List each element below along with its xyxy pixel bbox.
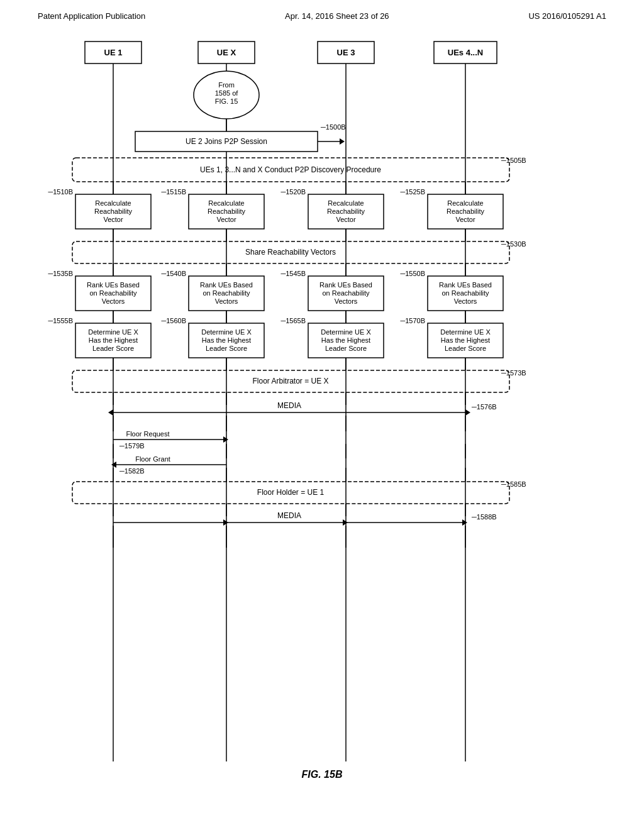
- svg-rect-108: [72, 370, 509, 392]
- svg-text:UE 2 Joins P2P Session: UE 2 Joins P2P Session: [186, 137, 267, 146]
- svg-text:─1520B: ─1520B: [280, 188, 306, 196]
- header-left: Patent Application Publication: [38, 11, 145, 21]
- svg-text:Floor Grant: Floor Grant: [135, 455, 170, 463]
- header-center: Apr. 14, 2016 Sheet 23 of 26: [285, 11, 389, 21]
- svg-rect-75: [428, 276, 503, 311]
- fig-caption: FIG. 15B: [302, 769, 343, 780]
- svg-text:UEs 4...N: UEs 4...N: [448, 48, 483, 57]
- svg-text:FIG. 15: FIG. 15: [215, 97, 238, 105]
- svg-marker-20: [340, 138, 345, 145]
- svg-text:Leader Score: Leader Score: [325, 345, 367, 352]
- svg-rect-94: [308, 323, 384, 358]
- svg-text:Floor Request: Floor Request: [126, 430, 169, 438]
- svg-text:Floor Arbitrator = UE X: Floor Arbitrator = UE X: [252, 377, 328, 385]
- svg-text:─1565B: ─1565B: [280, 317, 306, 324]
- svg-text:─1570B: ─1570B: [399, 317, 425, 324]
- svg-text:Reachability: Reachability: [447, 208, 484, 215]
- svg-text:Vectors: Vectors: [335, 297, 358, 305]
- svg-marker-117: [465, 409, 470, 416]
- svg-text:─1525B: ─1525B: [399, 188, 425, 196]
- svg-text:─1540B: ─1540B: [160, 270, 186, 277]
- svg-text:Recalculate: Recalculate: [208, 199, 244, 207]
- svg-text:Vector: Vector: [103, 216, 123, 223]
- svg-text:Vectors: Vectors: [215, 297, 238, 305]
- svg-text:Vector: Vector: [336, 216, 356, 223]
- diagram-area: UE 1 UE X UE 3 UEs 4...N From 1585 of FI…: [38, 32, 606, 793]
- svg-rect-10: [434, 42, 497, 64]
- svg-text:Recalculate: Recalculate: [328, 199, 364, 207]
- svg-text:Has the Highest: Has the Highest: [321, 336, 370, 344]
- svg-text:From: From: [218, 81, 235, 89]
- svg-text:Vectors: Vectors: [102, 297, 125, 305]
- svg-text:UE X: UE X: [217, 48, 236, 57]
- svg-text:Determine UE X: Determine UE X: [201, 328, 252, 336]
- svg-text:Has the Highest: Has the Highest: [441, 336, 490, 344]
- svg-text:on Reachability: on Reachability: [441, 289, 489, 297]
- svg-text:Rank UEs Based: Rank UEs Based: [439, 281, 492, 289]
- svg-text:─1545B: ─1545B: [280, 270, 306, 277]
- svg-text:─1560B: ─1560B: [160, 317, 186, 324]
- svg-text:Reachability: Reachability: [208, 208, 245, 215]
- svg-text:─1535B: ─1535B: [47, 270, 73, 277]
- svg-text:Recalculate: Recalculate: [447, 199, 483, 207]
- header-right: US 2016/0105291 A1: [528, 11, 606, 21]
- svg-text:UE 3: UE 3: [337, 48, 355, 57]
- svg-marker-125: [223, 436, 228, 443]
- svg-rect-22: [72, 158, 509, 182]
- svg-text:Leader Score: Leader Score: [92, 345, 134, 352]
- svg-text:Rank UEs Based: Rank UEs Based: [200, 281, 253, 289]
- svg-text:─1588B: ─1588B: [471, 513, 497, 521]
- svg-text:Recalculate: Recalculate: [95, 199, 131, 207]
- svg-rect-99: [428, 323, 503, 358]
- svg-rect-140: [72, 482, 509, 504]
- svg-text:on Reachability: on Reachability: [89, 289, 137, 297]
- svg-text:Determine UE X: Determine UE X: [88, 328, 138, 336]
- svg-rect-65: [189, 276, 264, 311]
- svg-rect-17: [135, 131, 318, 152]
- svg-text:Leader Score: Leader Score: [206, 345, 247, 352]
- svg-rect-29: [75, 194, 151, 229]
- svg-rect-53: [72, 241, 509, 263]
- svg-rect-4: [85, 42, 142, 64]
- svg-text:─1585B: ─1585B: [501, 480, 526, 488]
- svg-rect-89: [189, 323, 264, 358]
- svg-text:UEs 1, 3...N and X Conduct P2P: UEs 1, 3...N and X Conduct P2P Discovery…: [200, 165, 381, 174]
- svg-text:Rank UEs Based: Rank UEs Based: [319, 281, 372, 289]
- svg-text:─1550B: ─1550B: [399, 270, 425, 277]
- svg-marker-149: [343, 519, 348, 526]
- svg-text:Determine UE X: Determine UE X: [321, 328, 371, 336]
- svg-point-12: [194, 71, 259, 119]
- svg-text:─1573B: ─1573B: [501, 369, 526, 377]
- svg-text:Has the Highest: Has the Highest: [89, 336, 138, 344]
- svg-rect-39: [308, 194, 384, 229]
- svg-rect-44: [428, 194, 503, 229]
- svg-rect-34: [189, 194, 264, 229]
- svg-rect-84: [75, 323, 151, 358]
- svg-text:Reachability: Reachability: [327, 208, 365, 215]
- svg-text:─1500B: ─1500B: [320, 123, 346, 131]
- svg-text:─1505B: ─1505B: [501, 157, 526, 164]
- svg-text:Rank UEs Based: Rank UEs Based: [87, 281, 140, 289]
- svg-text:1585 of: 1585 of: [215, 89, 239, 97]
- svg-text:UE 1: UE 1: [104, 48, 123, 57]
- svg-marker-150: [462, 519, 467, 526]
- svg-text:Determine UE X: Determine UE X: [440, 328, 491, 336]
- svg-text:MEDIA: MEDIA: [277, 401, 301, 410]
- svg-text:Reachability: Reachability: [94, 208, 132, 215]
- svg-rect-8: [318, 42, 374, 64]
- svg-text:MEDIA: MEDIA: [277, 511, 301, 520]
- svg-text:Vector: Vector: [216, 216, 236, 223]
- svg-rect-6: [198, 42, 255, 64]
- svg-text:─1576B: ─1576B: [471, 403, 497, 411]
- svg-text:Floor Holder = UE 1: Floor Holder = UE 1: [257, 488, 325, 497]
- svg-marker-148: [223, 519, 228, 526]
- svg-text:─1530B: ─1530B: [501, 240, 526, 248]
- svg-text:─1579B: ─1579B: [119, 442, 145, 450]
- svg-rect-70: [308, 276, 384, 311]
- svg-text:─1515B: ─1515B: [160, 188, 186, 196]
- svg-text:─1510B: ─1510B: [47, 188, 73, 196]
- svg-text:Share Reachability Vectors: Share Reachability Vectors: [245, 248, 336, 257]
- svg-text:on Reachability: on Reachability: [203, 289, 250, 297]
- svg-text:Vectors: Vectors: [454, 297, 477, 305]
- svg-text:Has the Highest: Has the Highest: [202, 336, 251, 344]
